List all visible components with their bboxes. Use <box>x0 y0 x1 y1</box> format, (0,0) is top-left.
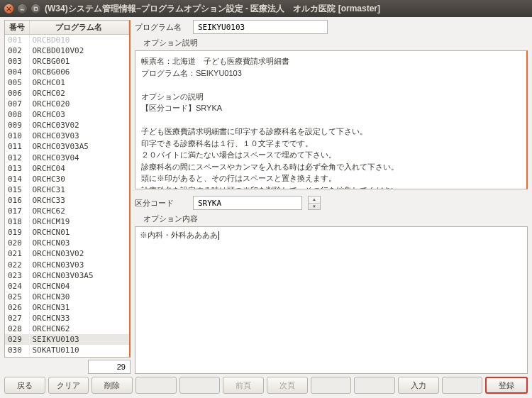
program-name-input[interactable] <box>193 20 328 34</box>
table-row[interactable]: 022ORCHCN03V03 <box>5 259 129 270</box>
option-desc-box: 帳票名：北海道 子ども医療費請求明細書 プログラム名：SEIKYU0103 オプ… <box>135 50 528 189</box>
table-row[interactable]: 016ORCHC33 <box>5 195 129 206</box>
table-row[interactable]: 025ORCHCN30 <box>5 292 129 302</box>
table-row[interactable]: 026ORCHCN31 <box>5 302 129 313</box>
table-row[interactable]: 001ORCBD010 <box>5 35 129 45</box>
row-no: 023 <box>5 270 29 281</box>
division-code-label: 区分コード <box>135 198 187 209</box>
next-page-button[interactable]: 次頁 <box>267 377 308 394</box>
prev-page-button[interactable]: 前頁 <box>223 377 264 394</box>
row-name: ORCHC02 <box>29 88 129 99</box>
chevron-up-icon[interactable]: ▲ <box>309 197 320 204</box>
row-name: ORCBD010 <box>29 35 129 45</box>
row-name: ORCHC020 <box>29 99 129 109</box>
table-row[interactable]: 006ORCHC02 <box>5 88 129 99</box>
row-no: 021 <box>5 248 29 259</box>
row-name: SEIKYU0103 <box>29 334 129 345</box>
table-row[interactable]: 010ORCHC03V03 <box>5 131 129 141</box>
maximize-icon[interactable] <box>31 4 40 13</box>
row-name: ORCHC03V04 <box>29 153 129 163</box>
row-name: ORCHCN31 <box>29 302 129 313</box>
option-content-box[interactable]: ※内科・外科ああああ <box>135 226 528 374</box>
table-row[interactable]: 004ORCBG006 <box>5 67 129 77</box>
window-titlebar: (W34)システム管理情報−プログラムオプション設定 - 医療法人 オルカ医院 … <box>0 0 532 17</box>
row-name: ORCHCN04 <box>29 281 129 292</box>
table-row[interactable]: 017ORCHC62 <box>5 206 129 216</box>
table-row[interactable]: 029SEIKYU0103 <box>5 334 129 345</box>
table-row[interactable]: 018ORCHCM19 <box>5 216 129 227</box>
table-row[interactable]: 007ORCHC020 <box>5 99 129 109</box>
input-button[interactable]: 入力 <box>398 377 439 394</box>
row-name: ORCHCN03V03 <box>29 259 129 270</box>
option-content-text: ※内科・外科ああああ <box>140 231 218 239</box>
row-no: 017 <box>5 206 29 216</box>
table-row[interactable]: 019ORCHCN01 <box>5 227 129 238</box>
row-no: 004 <box>5 67 29 77</box>
division-code-stepper[interactable]: ▲ ▼ <box>308 196 321 210</box>
table-row[interactable]: 021ORCHCN03V02 <box>5 248 129 259</box>
row-name: ORCHC62 <box>29 206 129 216</box>
row-no: 024 <box>5 281 29 292</box>
table-row[interactable]: 005ORCHC01 <box>5 77 129 88</box>
row-no: 012 <box>5 153 29 163</box>
table-row[interactable]: 023ORCHCN03V03A5 <box>5 270 129 281</box>
table-row[interactable]: 024ORCHCN04 <box>5 281 129 292</box>
table-row[interactable]: 008ORCHC03 <box>5 109 129 120</box>
blank-button-2 <box>179 377 221 394</box>
row-no: 027 <box>5 313 29 324</box>
row-no: 026 <box>5 302 29 313</box>
row-no: 029 <box>5 334 29 345</box>
row-name: ORCHC03V02 <box>29 120 129 131</box>
row-name: ORCHC03V03A5 <box>29 141 129 152</box>
delete-button[interactable]: 削除 <box>92 377 133 394</box>
bottom-toolbar: 戻る クリア 削除 前頁 次頁 入力 登録 <box>4 377 528 394</box>
division-code-input[interactable] <box>193 196 302 210</box>
row-no: 028 <box>5 324 29 334</box>
table-row[interactable]: 013ORCHC04 <box>5 163 129 174</box>
clear-button[interactable]: クリア <box>48 377 89 394</box>
row-no: 013 <box>5 163 29 174</box>
table-row[interactable]: 015ORCHC31 <box>5 184 129 195</box>
table-row[interactable]: 030SOKATU0110 <box>5 345 129 355</box>
table-row[interactable]: 002ORCBD010V02 <box>5 45 129 56</box>
register-button[interactable]: 登録 <box>485 377 528 394</box>
table-row[interactable]: 027ORCHCN33 <box>5 313 129 324</box>
program-table[interactable]: 番号 プログラム名 001ORCBD010002ORCBD010V02003OR… <box>4 20 131 358</box>
window-title: (W34)システム管理情報−プログラムオプション設定 - 医療法人 オルカ医院 … <box>45 3 380 15</box>
row-no: 016 <box>5 195 29 206</box>
row-no: 010 <box>5 131 29 141</box>
window-controls <box>4 4 40 13</box>
row-number-input[interactable] <box>88 360 131 374</box>
back-button[interactable]: 戻る <box>4 377 45 394</box>
row-name: ORCHCN62 <box>29 324 129 334</box>
row-name: ORCHC04 <box>29 163 129 174</box>
table-row[interactable]: 012ORCHC03V04 <box>5 153 129 163</box>
blank-button-1 <box>135 377 177 394</box>
row-no: 011 <box>5 141 29 152</box>
table-row[interactable]: 020ORCHCN03 <box>5 238 129 248</box>
col-header-name[interactable]: プログラム名 <box>29 21 129 35</box>
program-list-panel: 番号 プログラム名 001ORCBD010002ORCBD010V02003OR… <box>4 20 131 374</box>
row-no: 008 <box>5 109 29 120</box>
row-no: 007 <box>5 99 29 109</box>
table-row[interactable]: 011ORCHC03V03A5 <box>5 141 129 152</box>
row-name: ORCBD010V02 <box>29 45 129 56</box>
row-no: 003 <box>5 56 29 67</box>
row-no: 022 <box>5 259 29 270</box>
option-content-label: オプション内容 <box>143 214 528 224</box>
program-name-label: プログラム名 <box>135 22 187 33</box>
table-row[interactable]: 014ORCHC30 <box>5 174 129 184</box>
close-icon[interactable] <box>4 4 13 13</box>
row-no: 018 <box>5 216 29 227</box>
row-name: ORCHCM19 <box>29 216 129 227</box>
row-no: 025 <box>5 292 29 302</box>
row-name: ORCHCN03V03A5 <box>29 270 129 281</box>
blank-button-5 <box>442 377 483 394</box>
col-header-no[interactable]: 番号 <box>5 21 29 35</box>
minimize-icon[interactable] <box>18 4 27 13</box>
table-row[interactable]: 003ORCBG001 <box>5 56 129 67</box>
table-row[interactable]: 009ORCHC03V02 <box>5 120 129 131</box>
table-row[interactable]: 028ORCHCN62 <box>5 324 129 334</box>
row-name: ORCHC31 <box>29 184 129 195</box>
chevron-down-icon[interactable]: ▼ <box>309 204 320 210</box>
